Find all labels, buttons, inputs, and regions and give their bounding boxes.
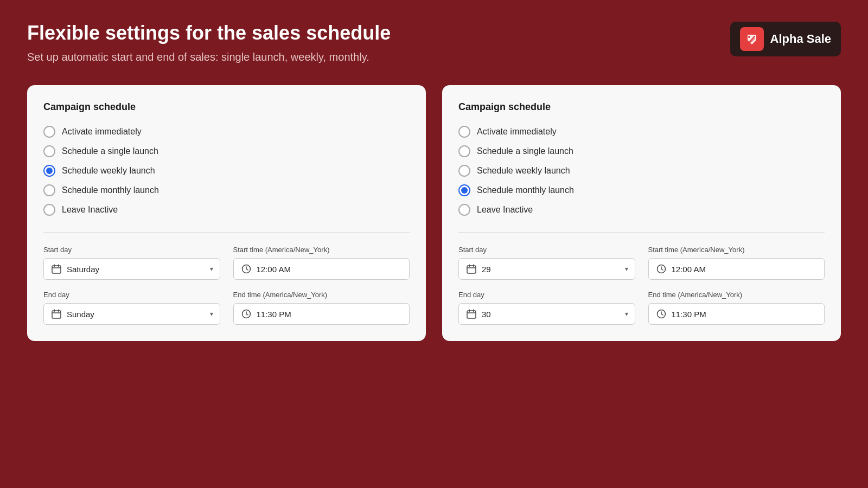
- radio-circle-weekly-left: [43, 165, 55, 177]
- end-day-label-right: End day: [458, 291, 635, 299]
- svg-rect-1: [52, 266, 61, 273]
- radio-weekly-left[interactable]: Schedule weekly launch: [43, 165, 410, 177]
- clock-icon-start-right: [656, 264, 666, 274]
- card-right-title: Campaign schedule: [458, 101, 825, 113]
- radio-circle-single-right: [458, 145, 470, 157]
- end-day-select-wrapper-left[interactable]: Sunday Saturday Monday Tuesday Wednesday…: [43, 303, 220, 325]
- svg-point-0: [748, 36, 750, 38]
- start-time-group-right: Start time (America/New_York) 12:00 AM: [648, 246, 825, 280]
- radio-label-activate-right: Activate immediately: [477, 127, 557, 137]
- cards-container: Campaign schedule Activate immediately S…: [0, 80, 868, 363]
- end-time-field-right: 11:30 PM: [648, 303, 825, 325]
- fields-grid-right: Start day 29 1234 5283031 ▾: [458, 246, 825, 325]
- radio-label-inactive-right: Leave Inactive: [477, 205, 533, 215]
- start-day-group-left: Start day Saturday Sunday Monday Tuesday…: [43, 246, 220, 280]
- page-title: Flexible settings for the sales schedule: [27, 22, 391, 44]
- start-day-label-right: Start day: [458, 246, 635, 254]
- radio-circle-inactive-right: [458, 204, 470, 216]
- radio-label-single-right: Schedule a single launch: [477, 146, 573, 156]
- end-day-label-left: End day: [43, 291, 220, 299]
- radio-activate-left[interactable]: Activate immediately: [43, 126, 410, 138]
- clock-icon-end-right: [656, 309, 666, 319]
- radio-group-right: Activate immediately Schedule a single l…: [458, 126, 825, 216]
- start-time-value-left: 12:00 AM: [257, 265, 291, 274]
- radio-monthly-left[interactable]: Schedule monthly launch: [43, 184, 410, 196]
- brand-name: Alpha Sale: [770, 32, 831, 46]
- radio-activate-right[interactable]: Activate immediately: [458, 126, 825, 138]
- radio-circle-inactive-left: [43, 204, 55, 216]
- radio-circle-weekly-right: [458, 165, 470, 177]
- calendar-icon-start-right: [467, 264, 476, 274]
- end-day-group-right: End day 30 122931 ▾: [458, 291, 635, 325]
- calendar-icon-end-right: [467, 309, 476, 319]
- card-left: Campaign schedule Activate immediately S…: [27, 85, 426, 341]
- end-day-select-right[interactable]: 30 122931: [482, 310, 627, 319]
- end-time-value-right: 11:30 PM: [672, 310, 706, 319]
- radio-inactive-left[interactable]: Leave Inactive: [43, 204, 410, 216]
- end-day-select-left[interactable]: Sunday Saturday Monday Tuesday Wednesday…: [67, 310, 212, 319]
- radio-circle-monthly-right: [458, 184, 470, 196]
- end-time-value-left: 11:30 PM: [257, 310, 291, 319]
- clock-icon-start-left: [241, 264, 251, 274]
- end-time-field-left: 11:30 PM: [233, 303, 410, 325]
- end-time-group-right: End time (America/New_York) 11:30 PM: [648, 291, 825, 325]
- start-day-select-right[interactable]: 29 1234 5283031: [482, 265, 627, 274]
- start-day-label-left: Start day: [43, 246, 220, 254]
- radio-monthly-right[interactable]: Schedule monthly launch: [458, 184, 825, 196]
- end-day-group-left: End day Sunday Saturday Monday Tuesday W…: [43, 291, 220, 325]
- end-day-select-wrapper-right[interactable]: 30 122931 ▾: [458, 303, 635, 325]
- clock-icon-end-left: [241, 309, 251, 319]
- radio-label-single-left: Schedule a single launch: [62, 146, 158, 156]
- radio-label-activate-left: Activate immediately: [62, 127, 142, 137]
- start-time-value-right: 12:00 AM: [672, 265, 706, 274]
- end-time-label-left: End time (America/New_York): [233, 291, 410, 299]
- end-time-label-right: End time (America/New_York): [648, 291, 825, 299]
- header-text: Flexible settings for the sales schedule…: [27, 22, 391, 63]
- radio-label-monthly-left: Schedule monthly launch: [62, 185, 159, 195]
- svg-rect-3: [52, 311, 61, 318]
- radio-label-inactive-left: Leave Inactive: [62, 205, 118, 215]
- card-right: Campaign schedule Activate immediately S…: [442, 85, 841, 341]
- svg-rect-5: [467, 266, 476, 273]
- brand-badge: Alpha Sale: [730, 22, 841, 56]
- radio-single-left[interactable]: Schedule a single launch: [43, 145, 410, 157]
- card-left-title: Campaign schedule: [43, 101, 410, 113]
- calendar-icon-start-left: [52, 264, 61, 274]
- radio-label-weekly-left: Schedule weekly launch: [62, 166, 155, 176]
- svg-rect-7: [467, 311, 476, 318]
- radio-circle-monthly-left: [43, 184, 55, 196]
- radio-label-monthly-right: Schedule monthly launch: [477, 185, 574, 195]
- radio-weekly-right[interactable]: Schedule weekly launch: [458, 165, 825, 177]
- radio-group-left: Activate immediately Schedule a single l…: [43, 126, 410, 216]
- start-time-label-left: Start time (America/New_York): [233, 246, 410, 254]
- start-day-select-left[interactable]: Saturday Sunday Monday Tuesday Wednesday…: [67, 265, 212, 274]
- start-day-select-wrapper-left[interactable]: Saturday Sunday Monday Tuesday Wednesday…: [43, 258, 220, 280]
- fields-grid-left: Start day Saturday Sunday Monday Tuesday…: [43, 246, 410, 325]
- radio-single-right[interactable]: Schedule a single launch: [458, 145, 825, 157]
- end-time-group-left: End time (America/New_York) 11:30 PM: [233, 291, 410, 325]
- start-day-select-wrapper-right[interactable]: 29 1234 5283031 ▾: [458, 258, 635, 280]
- start-time-field-left: 12:00 AM: [233, 258, 410, 280]
- radio-label-weekly-right: Schedule weekly launch: [477, 166, 570, 176]
- page-subtitle: Set up automatic start and end of sales:…: [27, 51, 391, 63]
- radio-inactive-right[interactable]: Leave Inactive: [458, 204, 825, 216]
- radio-circle-activate-left: [43, 126, 55, 138]
- calendar-icon-end-left: [52, 309, 61, 319]
- start-day-group-right: Start day 29 1234 5283031 ▾: [458, 246, 635, 280]
- start-time-group-left: Start time (America/New_York) 12:00 AM: [233, 246, 410, 280]
- start-time-field-right: 12:00 AM: [648, 258, 825, 280]
- brand-icon: [740, 27, 764, 51]
- radio-circle-activate-right: [458, 126, 470, 138]
- radio-circle-single-left: [43, 145, 55, 157]
- start-time-label-right: Start time (America/New_York): [648, 246, 825, 254]
